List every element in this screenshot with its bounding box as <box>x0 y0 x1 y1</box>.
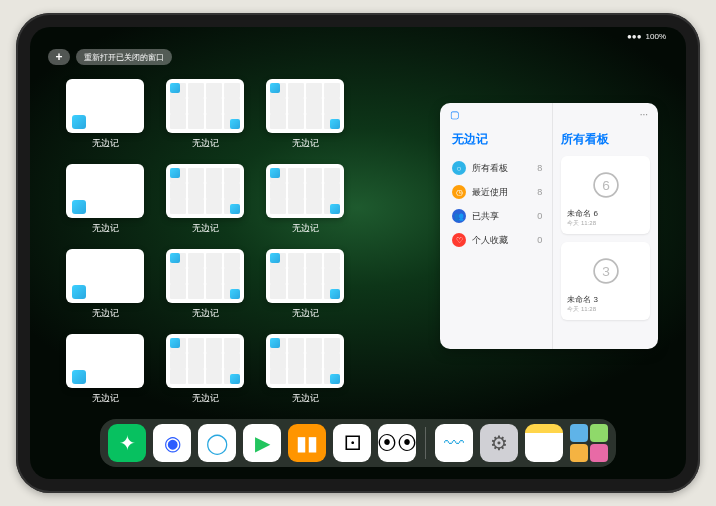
menu-count: 0 <box>537 235 542 245</box>
menu-icon: 👥 <box>452 209 466 223</box>
menu-label: 最近使用 <box>472 186 531 199</box>
app-thumbnail <box>266 79 344 133</box>
menu-count: 0 <box>537 211 542 221</box>
sidebar-item[interactable]: ♡个人收藏0 <box>452 228 542 252</box>
app-label: 无边记 <box>192 222 219 235</box>
dock-app-wechat[interactable]: ✦ <box>108 424 146 462</box>
app-thumbnail <box>266 164 344 218</box>
menu-count: 8 <box>537 187 542 197</box>
svg-text:3: 3 <box>602 264 610 279</box>
app-thumbnail <box>166 164 244 218</box>
board-preview: 6 <box>567 162 644 208</box>
app-switcher-card[interactable]: 无边记 <box>166 79 244 150</box>
dock-app-freeform[interactable]: 〰 <box>435 424 473 462</box>
dock-app-settings[interactable]: ⚙ <box>480 424 518 462</box>
board-card[interactable]: 3未命名 3今天 11:28 <box>561 242 650 320</box>
panel-app-title: 无边记 <box>452 131 542 148</box>
status-bar: ●●● 100% <box>30 27 686 45</box>
app-label: 无边记 <box>92 392 119 405</box>
svg-text:6: 6 <box>602 178 610 193</box>
reopen-closed-window-button[interactable]: 重新打开已关闭的窗口 <box>76 49 172 65</box>
app-label: 无边记 <box>192 392 219 405</box>
sidebar-item[interactable]: ◷最近使用8 <box>452 180 542 204</box>
menu-icon: ○ <box>452 161 466 175</box>
menu-count: 8 <box>537 163 542 173</box>
dock-separator <box>425 427 426 459</box>
board-name: 未命名 6 <box>567 208 644 219</box>
app-thumbnail <box>166 334 244 388</box>
app-thumbnail <box>66 164 144 218</box>
more-icon[interactable]: ··· <box>640 109 648 120</box>
app-switcher-card[interactable]: 无边记 <box>266 249 344 320</box>
app-switcher-card[interactable]: 无边记 <box>66 334 144 405</box>
app-switcher-card[interactable]: 无边记 <box>166 164 244 235</box>
sidebar-item[interactable]: 👥已共享0 <box>452 204 542 228</box>
dock-app-notes[interactable] <box>525 424 563 462</box>
app-switcher-card[interactable]: 无边记 <box>266 334 344 405</box>
dock-app-books[interactable]: ▮▮ <box>288 424 326 462</box>
menu-icon: ♡ <box>452 233 466 247</box>
board-name: 未命名 3 <box>567 294 644 305</box>
dock-app-library[interactable] <box>570 424 608 462</box>
app-thumbnail <box>66 79 144 133</box>
dock-app-play[interactable]: ▶ <box>243 424 281 462</box>
menu-label: 个人收藏 <box>472 234 531 247</box>
dock-app-browser2[interactable]: ◯ <box>198 424 236 462</box>
board-preview: 3 <box>567 248 644 294</box>
app-switcher-card[interactable]: 无边记 <box>66 79 144 150</box>
sidebar-item[interactable]: ○所有看板8 <box>452 156 542 180</box>
screen: ●●● 100% + 重新打开已关闭的窗口 无边记无边记无边记无边记无边记无边记… <box>30 27 686 479</box>
app-switcher-card[interactable]: 无边记 <box>166 334 244 405</box>
app-thumbnail <box>66 334 144 388</box>
app-label: 无边记 <box>292 222 319 235</box>
app-label: 无边记 <box>292 392 319 405</box>
app-switcher-card[interactable]: 无边记 <box>266 79 344 150</box>
app-thumbnail <box>266 249 344 303</box>
dock-app-browser1[interactable]: ◉ <box>153 424 191 462</box>
app-switcher-card[interactable]: 无边记 <box>166 249 244 320</box>
app-thumbnail <box>166 249 244 303</box>
panel-content: 所有看板 6未命名 6今天 11:283未命名 3今天 11:28 <box>553 103 658 349</box>
panel-sidebar: 无边记 ○所有看板8◷最近使用8👥已共享0♡个人收藏0 <box>440 103 553 349</box>
app-switcher-card[interactable]: 无边记 <box>266 164 344 235</box>
top-controls: + 重新打开已关闭的窗口 <box>48 49 172 65</box>
app-switcher-grid: 无边记无边记无边记无边记无边记无边记无边记无边记无边记无边记无边记无边记 <box>66 79 344 405</box>
app-thumbnail <box>166 79 244 133</box>
menu-label: 所有看板 <box>472 162 531 175</box>
app-thumbnail <box>266 334 344 388</box>
app-label: 无边记 <box>292 307 319 320</box>
app-label: 无边记 <box>92 137 119 150</box>
board-card[interactable]: 6未命名 6今天 11:28 <box>561 156 650 234</box>
app-label: 无边记 <box>192 307 219 320</box>
board-date: 今天 11:28 <box>567 219 644 228</box>
battery-label: 100% <box>646 32 666 41</box>
dock-app-dice[interactable]: ⚀ <box>333 424 371 462</box>
app-label: 无边记 <box>92 307 119 320</box>
app-label: 无边记 <box>92 222 119 235</box>
menu-label: 已共享 <box>472 210 531 223</box>
dock-app-connect[interactable]: ⦿⦿ <box>378 424 416 462</box>
new-window-button[interactable]: + <box>48 49 70 65</box>
ipad-device: ●●● 100% + 重新打开已关闭的窗口 无边记无边记无边记无边记无边记无边记… <box>16 13 700 493</box>
app-label: 无边记 <box>192 137 219 150</box>
app-switcher-card[interactable]: 无边记 <box>66 164 144 235</box>
sidebar-icon[interactable]: ▢ <box>450 109 459 120</box>
board-date: 今天 11:28 <box>567 305 644 314</box>
panel-section-title: 所有看板 <box>561 131 650 148</box>
app-switcher-card[interactable]: 无边记 <box>66 249 144 320</box>
wifi-icon: ●●● <box>627 32 642 41</box>
app-label: 无边记 <box>292 137 319 150</box>
dock: ✦◉◯▶▮▮⚀⦿⦿〰⚙ <box>100 419 616 467</box>
freeform-panel: ▢ ··· 无边记 ○所有看板8◷最近使用8👥已共享0♡个人收藏0 所有看板 6… <box>440 103 658 349</box>
app-thumbnail <box>66 249 144 303</box>
menu-icon: ◷ <box>452 185 466 199</box>
